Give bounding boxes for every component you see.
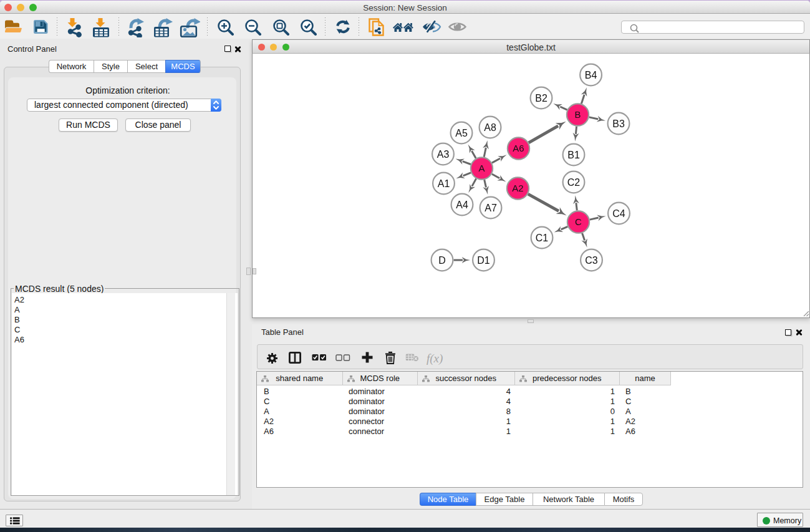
svg-text:C3: C3 [585,255,598,266]
svg-text:A8: A8 [484,122,496,133]
svg-text:B2: B2 [535,93,547,104]
svg-text:C4: C4 [612,208,625,219]
svg-text:A7: A7 [485,203,497,213]
svg-text:A1: A1 [438,178,450,189]
svg-text:B4: B4 [585,70,597,80]
svg-text:C1: C1 [536,233,549,243]
svg-text:B3: B3 [612,118,625,129]
svg-text:A5: A5 [455,128,468,138]
svg-text:A6: A6 [513,143,524,153]
svg-text:A: A [478,163,485,173]
svg-text:A4: A4 [456,200,468,210]
svg-text:A2: A2 [512,183,523,193]
svg-text:D1: D1 [477,255,490,266]
svg-text:D: D [438,255,446,266]
svg-text:B1: B1 [567,150,580,160]
svg-text:C2: C2 [567,177,581,188]
svg-text:A3: A3 [437,149,450,160]
svg-text:C: C [575,216,582,227]
svg-text:B: B [574,109,581,120]
